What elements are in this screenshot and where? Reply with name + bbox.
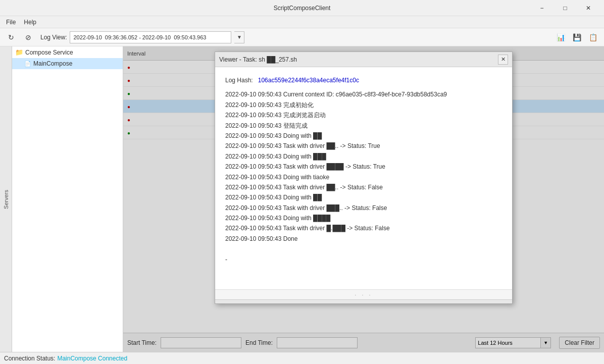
log-line: 2022-09-10 09:50:43 登陆完成 xyxy=(225,121,502,131)
log-line: 2022-09-10 09:50:43 Doing with ████ xyxy=(225,213,502,223)
log-line: 2022-09-10 09:50:43 Current context ID: … xyxy=(225,89,502,99)
maximize-button[interactable]: □ xyxy=(553,1,577,16)
window-controls: − □ ✕ xyxy=(530,1,600,16)
log-line: 2022-09-10 09:50:43 Done xyxy=(225,234,502,244)
filter-icon: ⊘ xyxy=(25,33,31,41)
log-view-label: Log View: xyxy=(40,34,67,41)
connection-status-label: Connection Status: xyxy=(4,355,55,362)
minimize-button[interactable]: − xyxy=(530,1,553,16)
modal-title: Viewer - Task: sh ██_257.sh xyxy=(219,56,297,63)
right-panel: Interval Trigger ● 0 0 9 ? * * ● 0 0 9 ?… xyxy=(123,46,604,352)
log-hash-label: Log Hash: xyxy=(225,77,253,84)
log-view-input[interactable] xyxy=(70,31,231,43)
modal-footer-dots: · · · xyxy=(355,292,372,298)
file-icon: 📄 xyxy=(24,61,31,67)
log-view-dropdown[interactable]: ▼ xyxy=(234,31,244,43)
toolbar: ↻ ⊘ Log View: ▼ 📊 💾 📋 xyxy=(0,28,604,46)
export-button[interactable]: 📋 xyxy=(586,30,600,44)
tree-folder-label: Compose Service xyxy=(25,49,73,56)
menu-item-help[interactable]: Help xyxy=(20,18,40,27)
toolbar-right-buttons: 📊 💾 📋 xyxy=(553,30,600,44)
refresh-icon: ↻ xyxy=(8,33,14,41)
save-icon: 💾 xyxy=(573,33,581,41)
modal-close-button[interactable]: ✕ xyxy=(498,55,508,65)
folder-icon: 📁 xyxy=(15,48,23,56)
refresh-button[interactable]: ↻ xyxy=(4,30,18,44)
log-line: 2022-09-10 09:50:43 Task with driver ███… xyxy=(225,162,502,172)
sidebar-tab-label: Servers xyxy=(3,190,9,209)
tree-item-label: MainCompose xyxy=(33,60,72,67)
tree-item-main-compose[interactable]: 📄 MainCompose xyxy=(12,58,123,69)
title-bar: ScriptComposeClient − □ ✕ xyxy=(0,0,604,16)
log-dash: - xyxy=(225,254,502,265)
dropdown-arrow-icon: ▼ xyxy=(237,34,242,40)
modal-content: Log Hash: 106ac559e2244f6c38a4eca5fe4f1c… xyxy=(215,67,512,289)
log-line: 2022-09-10 09:50:43 Task with driver ██.… xyxy=(225,182,502,192)
log-line: 2022-09-10 09:50:43 Task with driver ██.… xyxy=(225,141,502,151)
export-icon: 📋 xyxy=(589,33,597,41)
log-line: 2022-09-10 09:50:43 完成初始化 xyxy=(225,100,502,110)
menu-bar: File Help xyxy=(0,16,604,28)
servers-sidebar-tab[interactable]: Servers xyxy=(0,46,12,352)
log-lines-container: 2022-09-10 09:50:43 Current context ID: … xyxy=(225,89,502,244)
log-hash-value: 106ac559e2244f6c38a4eca5fe4f1c0c xyxy=(258,77,359,84)
chart-icon: 📊 xyxy=(557,33,565,41)
tree-panel: 📁 Compose Service 📄 MainCompose xyxy=(12,46,123,352)
window-title: ScriptComposeClient xyxy=(274,5,331,12)
main-content: Servers 📁 Compose Service 📄 MainCompose … xyxy=(0,46,604,352)
log-line: 2022-09-10 09:50:43 Doing with ██ xyxy=(225,192,502,202)
log-line: 2022-09-10 09:50:43 Doing with ███ xyxy=(225,151,502,162)
close-button[interactable]: ✕ xyxy=(577,1,600,16)
status-bar: Connection Status: MainCompose Connected xyxy=(0,352,604,364)
log-line: 2022-09-10 09:50:43 Task with driver ███… xyxy=(225,203,502,213)
modal-overlay: Viewer - Task: sh ██_257.sh ✕ Log Hash: … xyxy=(123,46,604,352)
chart-button[interactable]: 📊 xyxy=(553,30,568,44)
viewer-modal: Viewer - Task: sh ██_257.sh ✕ Log Hash: … xyxy=(215,51,513,304)
filter-button[interactable]: ⊘ xyxy=(21,30,35,44)
log-hash-line: Log Hash: 106ac559e2244f6c38a4eca5fe4f1c… xyxy=(225,75,502,85)
log-line: 2022-09-10 09:50:43 Task with driver █.█… xyxy=(225,223,502,233)
save-button[interactable]: 💾 xyxy=(570,30,584,44)
modal-title-bar: Viewer - Task: sh ██_257.sh ✕ xyxy=(215,52,512,67)
modal-footer: · · · xyxy=(215,289,512,299)
log-line: 2022-09-10 09:50:43 Doing with tiaoke xyxy=(225,172,502,182)
connection-status-value: MainCompose Connected xyxy=(57,355,127,362)
menu-item-file[interactable]: File xyxy=(2,18,20,27)
log-line: 2022-09-10 09:50:43 完成浏览器启动 xyxy=(225,110,502,120)
tree-folder-compose-service[interactable]: 📁 Compose Service xyxy=(12,46,123,58)
log-line: 2022-09-10 09:50:43 Doing with ██ xyxy=(225,131,502,141)
modal-drag-handle[interactable] xyxy=(215,299,512,303)
